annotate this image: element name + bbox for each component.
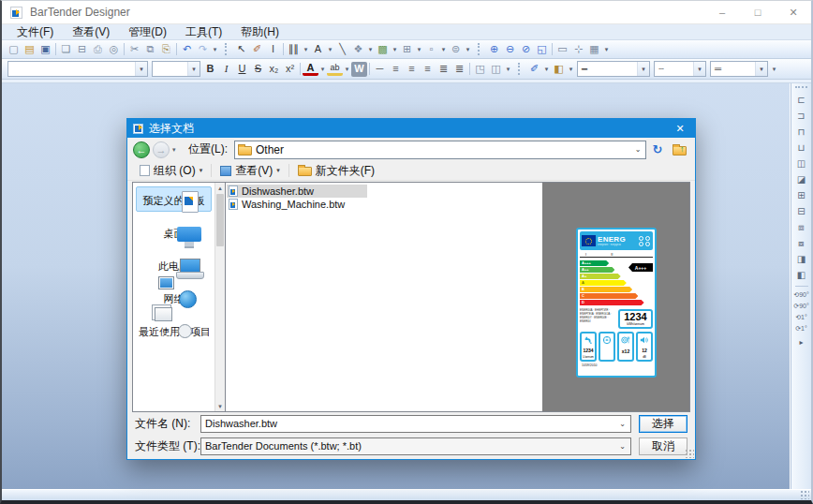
menu-item[interactable]: 文件(F) — [7, 24, 63, 39]
chevron-down-icon[interactable]: ▾ — [637, 62, 649, 76]
make-same-height-icon[interactable]: ⧇ — [793, 236, 810, 250]
distribute-vertically-icon[interactable]: ⊟ — [793, 204, 810, 218]
superscript-button[interactable]: x² — [282, 62, 298, 77]
line-weight-combo[interactable]: ━ ▾ — [577, 61, 650, 77]
center-vertically-icon[interactable]: ◪ — [793, 172, 810, 186]
resize-grip[interactable] — [800, 490, 809, 499]
chevron-down-icon[interactable]: ▾ — [693, 62, 705, 76]
database-setup-icon[interactable]: ⊟ — [74, 42, 90, 57]
save-icon[interactable]: ▣ — [37, 42, 53, 57]
cancel-button[interactable]: 取消 — [639, 437, 687, 455]
encode-tool-icon[interactable]: ⊜ — [448, 42, 464, 57]
align-right-icon[interactable]: ≡ — [420, 62, 436, 77]
scrollbar-thumb[interactable] — [216, 194, 224, 246]
back-button[interactable]: ← — [133, 141, 150, 158]
toolbar-options-icon[interactable]: ▾ — [504, 62, 512, 77]
zoom-fit-icon[interactable]: ◱ — [534, 42, 550, 57]
sidebar-place-item[interactable]: 此电脑 — [136, 252, 212, 277]
close-button[interactable]: ✕ — [776, 1, 811, 23]
forward-button[interactable]: → — [153, 141, 170, 158]
refresh-button[interactable]: ↻ — [649, 142, 666, 156]
dropdown-icon[interactable]: ▾ — [439, 42, 448, 57]
vertical-align-icon[interactable]: ≣ — [451, 62, 467, 77]
make-same-width-icon[interactable]: ⧈ — [793, 220, 810, 234]
new-document-icon[interactable]: ▢ — [6, 42, 22, 57]
open-icon[interactable]: ▤ — [22, 42, 37, 57]
underline-button[interactable]: U — [234, 62, 250, 77]
dropdown-icon[interactable]: ▾ — [343, 62, 351, 77]
italic-button[interactable]: I — [218, 62, 234, 77]
shape-tool-icon[interactable]: ❖ — [350, 42, 366, 57]
align-right-edges-icon[interactable]: ⊐ — [793, 109, 810, 123]
minimize-button[interactable]: – — [704, 1, 740, 23]
align-center-icon[interactable]: ≡ — [404, 62, 420, 77]
location-combo[interactable]: Other ⌄ — [234, 141, 646, 159]
redo-icon[interactable]: ↷ — [195, 42, 211, 57]
barcode-tool-icon[interactable]: ∥∥ — [286, 42, 302, 57]
maximize-button[interactable]: □ — [740, 1, 776, 23]
word-wrap-button[interactable]: W — [351, 62, 367, 77]
distribute-horizontally-icon[interactable]: ⊞ — [793, 188, 810, 202]
print-preview-icon[interactable]: ◎ — [106, 42, 122, 57]
center-horizontally-icon[interactable]: ◫ — [793, 156, 810, 170]
font-color-button[interactable]: A — [303, 63, 318, 76]
chevron-down-icon[interactable]: ▾ — [755, 62, 767, 76]
file-row[interactable]: Dishwasher.btw — [227, 185, 367, 198]
line-color-icon[interactable]: ✐ — [526, 62, 542, 77]
font-size-combo[interactable]: ▾ — [152, 61, 200, 77]
sidebar-place-item[interactable]: 桌面 — [136, 219, 212, 245]
chevron-down-icon[interactable]: ▾ — [187, 62, 200, 76]
select-tool-icon[interactable]: ↖ — [233, 42, 249, 57]
subscript-button[interactable]: x₂ — [266, 62, 282, 77]
font-family-combo[interactable]: ▾ — [7, 61, 148, 77]
chevron-down-icon[interactable]: ▾ — [135, 62, 147, 76]
dialog-titlebar[interactable]: 选择文档 ✕ — [127, 119, 695, 138]
grid-icon[interactable]: ▦ — [586, 42, 602, 57]
align-left-icon[interactable]: ≡ — [388, 62, 404, 77]
scroll-down-icon[interactable]: ▼ — [215, 401, 225, 411]
highlight-color-button[interactable]: ab — [327, 63, 343, 76]
align-none-icon[interactable]: ─ — [372, 62, 388, 77]
group-objects-icon[interactable]: ◨ — [793, 252, 810, 266]
table-tool-icon[interactable]: ⊞ — [399, 42, 415, 57]
zoom-in-icon[interactable]: ⊕ — [486, 42, 502, 57]
line-style-combo[interactable]: ┄ ▾ — [654, 61, 706, 77]
auto-fit-icon[interactable]: ◳ — [472, 62, 488, 77]
filename-value[interactable]: Dishwasher.btw — [201, 418, 614, 429]
menu-item[interactable]: 管理(D) — [119, 24, 176, 39]
copy-icon[interactable]: ⧉ — [142, 42, 158, 57]
format-painter-icon[interactable]: ✐ — [249, 42, 265, 57]
text-frame-icon[interactable]: ◫ — [488, 62, 504, 77]
line-compound-combo[interactable]: ═ ▾ — [710, 61, 768, 77]
strikethrough-button[interactable]: S — [250, 62, 266, 77]
paste-icon[interactable]: ⎘ — [158, 42, 174, 57]
rotate-button[interactable]: ⟳90° — [793, 303, 808, 310]
sidebar-scrollbar[interactable]: ▲ ▼ — [214, 183, 225, 411]
text-tool-icon[interactable]: A — [310, 42, 326, 57]
text-cursor-tool-icon[interactable]: I — [265, 42, 281, 57]
cut-icon[interactable]: ✂ — [126, 42, 142, 57]
layout-tool-icon[interactable]: ▫ — [423, 42, 439, 57]
toolbar-options-icon[interactable]: ▾ — [211, 42, 219, 57]
dialog-close-button[interactable]: ✕ — [665, 119, 695, 138]
select-button[interactable]: 选择 — [639, 415, 687, 433]
dialog-resize-grip[interactable] — [685, 449, 694, 458]
filename-combo[interactable]: Dishwasher.btw ⌄ — [200, 415, 631, 433]
chevron-down-icon[interactable]: ⌄ — [614, 416, 630, 432]
dropdown-icon[interactable]: ▾ — [366, 42, 375, 57]
picture-tool-icon[interactable]: ▩ — [375, 42, 391, 57]
undo-icon[interactable]: ↶ — [179, 42, 195, 57]
sidebar-place-item[interactable]: 最近使用的项目 — [136, 318, 212, 343]
file-list[interactable]: Dishwasher.btw Washing_Machine.btw — [226, 183, 542, 411]
align-justify-icon[interactable]: ≣ — [436, 62, 451, 77]
scroll-up-icon[interactable]: ▲ — [215, 183, 225, 193]
dropdown-icon[interactable]: ▾ — [326, 42, 334, 57]
menu-item[interactable]: 工具(T) — [176, 24, 231, 39]
page-setup-icon[interactable]: ❏ — [58, 42, 74, 57]
align-top-edges-icon[interactable]: ⊓ — [793, 125, 810, 139]
sidebar-place-item[interactable]: 预定义的模板 — [136, 186, 212, 212]
print-icon[interactable]: ⎙ — [90, 42, 106, 57]
dropdown-icon[interactable]: ▾ — [415, 42, 423, 57]
history-dropdown-icon[interactable]: ▾ — [172, 146, 180, 154]
toolbar-options-icon[interactable]: ▾ — [602, 42, 611, 57]
